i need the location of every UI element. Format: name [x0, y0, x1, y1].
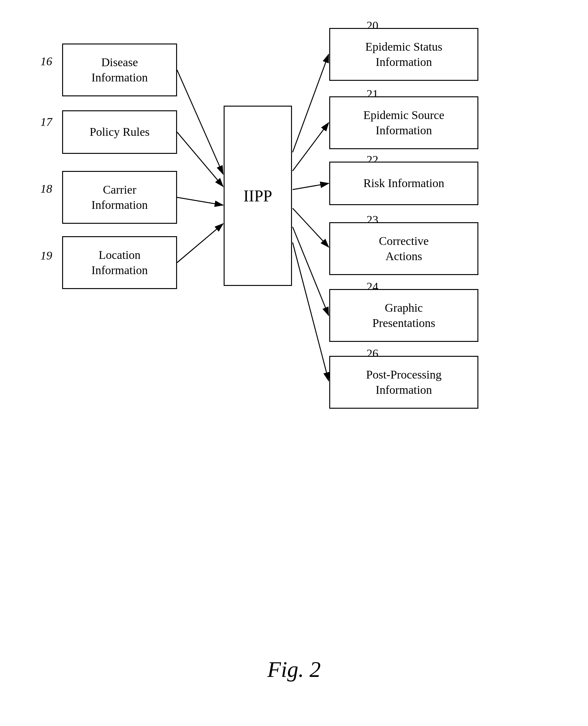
label-18: 18 [40, 182, 52, 196]
iipp-center-box: IIPP [224, 106, 292, 286]
post-processing-information-label: Post-ProcessingInformation [366, 367, 442, 398]
post-processing-information-box: Post-ProcessingInformation [329, 356, 478, 409]
carrier-information-label: CarrierInformation [91, 182, 148, 213]
svg-line-9 [293, 208, 329, 247]
location-information-label: LocationInformation [91, 247, 148, 278]
label-17: 17 [40, 115, 52, 129]
svg-line-5 [177, 224, 223, 263]
diagram: 16 DiseaseInformation 17 Policy Rules 18… [19, 19, 568, 547]
risk-information-box: Risk Information [329, 162, 478, 205]
svg-line-6 [293, 54, 329, 152]
svg-line-2 [177, 70, 223, 174]
epidemic-status-information-box: Epidemic StatusInformation [329, 28, 478, 81]
label-19: 19 [40, 249, 52, 262]
svg-line-10 [293, 227, 329, 316]
svg-line-7 [293, 123, 329, 171]
label-16: 16 [40, 54, 52, 68]
iipp-label: IIPP [244, 187, 272, 205]
svg-line-3 [177, 132, 223, 186]
policy-rules-box: Policy Rules [62, 110, 177, 154]
figure-label: Fig. 2 [268, 657, 321, 683]
location-information-box: LocationInformation [62, 236, 177, 289]
risk-information-label: Risk Information [363, 176, 444, 191]
carrier-information-box: CarrierInformation [62, 171, 177, 224]
svg-line-8 [293, 183, 329, 189]
graphic-presentations-box: GraphicPresentations [329, 289, 478, 342]
epidemic-source-information-label: Epidemic SourceInformation [363, 107, 444, 138]
epidemic-source-information-box: Epidemic SourceInformation [329, 96, 478, 149]
svg-line-4 [177, 197, 223, 205]
corrective-actions-label: CorrectiveActions [379, 234, 429, 264]
policy-rules-label: Policy Rules [89, 124, 149, 140]
disease-information-label: DiseaseInformation [91, 55, 148, 85]
epidemic-status-information-label: Epidemic StatusInformation [365, 39, 442, 70]
svg-line-11 [293, 242, 329, 381]
corrective-actions-box: CorrectiveActions [329, 222, 478, 275]
disease-information-box: DiseaseInformation [62, 43, 177, 96]
graphic-presentations-label: GraphicPresentations [373, 300, 436, 331]
